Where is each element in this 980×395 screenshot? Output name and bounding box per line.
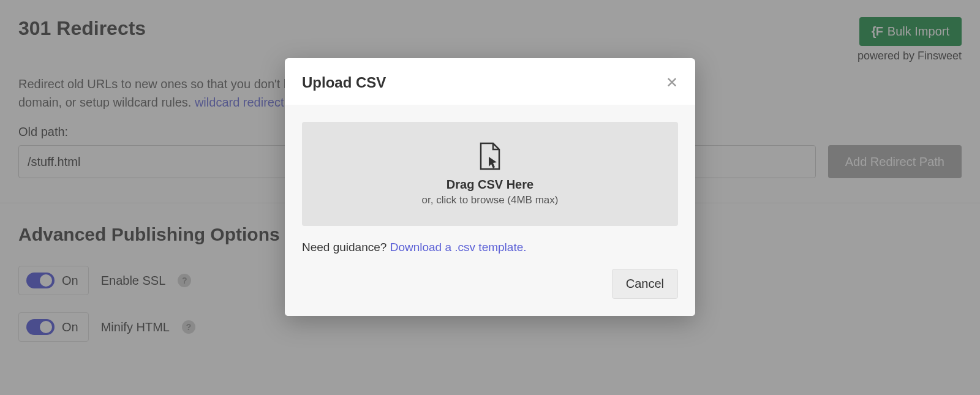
guidance-text: Need guidance? Download a .csv template. bbox=[302, 241, 678, 254]
modal-overlay: Upload CSV ✕ Drag CSV Here or, click to … bbox=[0, 0, 980, 395]
file-cursor-icon bbox=[478, 142, 502, 170]
modal-title: Upload CSV bbox=[302, 74, 386, 91]
dropzone-title: Drag CSV Here bbox=[447, 178, 533, 192]
cancel-button[interactable]: Cancel bbox=[612, 269, 678, 299]
csv-dropzone[interactable]: Drag CSV Here or, click to browse (4MB m… bbox=[302, 122, 678, 226]
download-template-link[interactable]: Download a .csv template. bbox=[390, 241, 527, 254]
dropzone-subtitle: or, click to browse (4MB max) bbox=[422, 194, 559, 206]
upload-csv-modal: Upload CSV ✕ Drag CSV Here or, click to … bbox=[285, 58, 695, 316]
close-icon[interactable]: ✕ bbox=[666, 75, 678, 90]
